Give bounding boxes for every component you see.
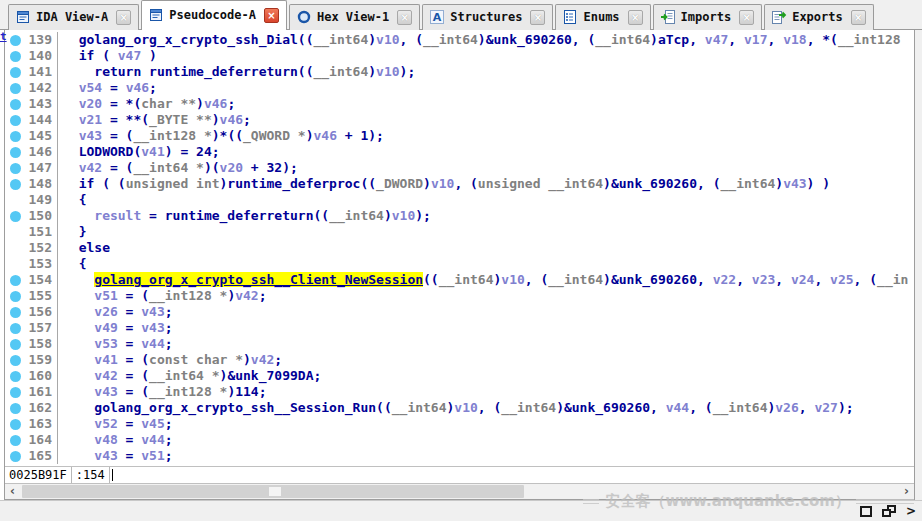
code-token[interactable]: = ( — [118, 352, 149, 367]
breakpoint-dot[interactable] — [10, 99, 21, 110]
code-token[interactable]: ) — [212, 112, 220, 127]
code-token[interactable]: v23 — [752, 272, 775, 287]
code-token[interactable]: , ( — [525, 272, 548, 287]
code-token[interactable]: __int128 * — [149, 288, 227, 303]
code-token[interactable]: v47 — [705, 32, 728, 47]
code-token[interactable]: if ( — [79, 48, 118, 63]
breakpoint-dot[interactable] — [10, 35, 21, 46]
code-token[interactable]: = — [118, 432, 141, 447]
tab-close-button[interactable]: × — [397, 10, 412, 25]
code-token[interactable]: } — [79, 224, 87, 239]
code-token[interactable]: v43 — [94, 448, 117, 463]
tab-enums[interactable]: Enums× — [555, 4, 650, 30]
code-token[interactable]: { — [79, 256, 87, 271]
code-token[interactable]: ) — [384, 208, 392, 223]
code-token[interactable]: v44 — [141, 336, 164, 351]
code-token[interactable]: __int128 * — [149, 384, 227, 399]
code-token[interactable]: __in — [877, 272, 908, 287]
code-token[interactable]: ; — [165, 432, 173, 447]
code-token[interactable]: ); — [415, 208, 431, 223]
code-token[interactable]: , ( — [478, 400, 501, 415]
breakpoint-dot[interactable] — [10, 403, 21, 414]
code-token[interactable]: )*(( — [212, 128, 243, 143]
breakpoint-dot[interactable] — [10, 67, 21, 78]
code-token[interactable]: char ** — [141, 96, 196, 111]
code-token[interactable]: v10 — [392, 208, 415, 223]
breakpoint-dot[interactable] — [10, 307, 21, 318]
code-token[interactable]: , — [799, 400, 815, 415]
code-token[interactable]: else — [79, 240, 110, 255]
code-token[interactable]: = ( — [118, 288, 149, 303]
code-token[interactable]: ) — [775, 176, 783, 191]
code-token[interactable]: )&unk_690260, — [556, 400, 666, 415]
code-token[interactable]: v46 — [204, 96, 227, 111]
code-token[interactable]: v43 — [141, 320, 164, 335]
code-token[interactable]: (( — [423, 272, 439, 287]
code-token[interactable]: __int64 — [439, 272, 494, 287]
code-token[interactable]: v41 — [141, 144, 164, 159]
code-token[interactable]: __int64 * — [133, 160, 203, 175]
code-token[interactable]: = — [118, 448, 141, 463]
code-token[interactable]: v42 — [251, 352, 274, 367]
code-token[interactable]: , — [736, 272, 752, 287]
code-token[interactable]: v10 — [454, 400, 477, 415]
code-token[interactable]: = — [118, 320, 141, 335]
code-token[interactable]: ; — [165, 448, 173, 463]
code-token[interactable]: __int64 — [595, 32, 650, 47]
code-token[interactable]: __int64 — [313, 32, 368, 47]
horizontal-scrollbar[interactable]: ‹ › — [5, 484, 914, 499]
code-token[interactable]: v45 — [141, 416, 164, 431]
code-token[interactable]: __int64 * — [149, 368, 219, 383]
code-token[interactable]: , — [767, 32, 783, 47]
code-token[interactable]: v51 — [94, 288, 117, 303]
breakpoint-dot[interactable] — [10, 51, 21, 62]
code-token[interactable]: ; — [149, 80, 157, 95]
scroll-right-arrow-icon[interactable]: › — [899, 484, 914, 499]
code-area[interactable]: 139 golang_org_x_crypto_ssh_Dial((__int6… — [5, 30, 914, 465]
code-token[interactable]: = ( — [118, 384, 149, 399]
code-token[interactable]: ) — [306, 128, 314, 143]
code-token[interactable]: ; — [227, 96, 235, 111]
code-token[interactable]: ) — [368, 32, 376, 47]
code-token[interactable]: )&unk_690260, ( — [478, 32, 595, 47]
code-token[interactable]: v43 — [94, 384, 117, 399]
code-token[interactable]: __int64 — [392, 400, 447, 415]
breakpoint-dot[interactable] — [10, 355, 21, 366]
code-token[interactable]: = ( — [118, 368, 149, 383]
code-token[interactable]: return runtime_deferreturn(( — [94, 64, 313, 79]
code-token[interactable]: __int64 — [548, 272, 603, 287]
tab-close-button[interactable]: × — [264, 8, 279, 23]
code-token[interactable]: __int128 — [838, 32, 901, 47]
code-token[interactable]: v54 — [79, 80, 102, 95]
code-token[interactable]: v51 — [141, 448, 164, 463]
code-token[interactable]: ) — [196, 96, 204, 111]
tab-hex-view-1[interactable]: Hex View-1× — [289, 4, 420, 30]
code-token[interactable]: const char * — [149, 352, 243, 367]
code-token[interactable]: __int64 — [721, 176, 776, 191]
code-token[interactable]: __int128 * — [133, 128, 211, 143]
breakpoint-dot[interactable] — [10, 275, 21, 286]
breakpoint-dot[interactable] — [10, 419, 21, 430]
code-token[interactable]: + 32); — [243, 160, 298, 175]
breakpoint-dot[interactable] — [10, 435, 21, 446]
code-token[interactable]: result — [94, 208, 141, 223]
breakpoint-dot[interactable] — [10, 339, 21, 350]
code-token[interactable]: v42 — [94, 368, 117, 383]
breakpoint-dot[interactable] — [10, 291, 21, 302]
code-token[interactable]: ; — [165, 320, 173, 335]
code-token[interactable]: , ( — [400, 32, 423, 47]
tab-close-button[interactable]: × — [851, 10, 866, 25]
code-token[interactable]: = — [102, 80, 125, 95]
code-token[interactable]: , — [728, 32, 744, 47]
code-token[interactable]: = *( — [102, 96, 141, 111]
code-token[interactable]: v47 — [118, 48, 141, 63]
code-token[interactable]: v42 — [79, 160, 102, 175]
code-token[interactable]: ; — [165, 336, 173, 351]
code-token[interactable]: v49 — [94, 320, 117, 335]
code-token[interactable]: v44 — [666, 400, 689, 415]
breakpoint-dot[interactable] — [10, 211, 21, 222]
code-token[interactable]: )&unk_7099DA; — [220, 368, 322, 383]
code-token[interactable]: v22 — [713, 272, 736, 287]
code-token[interactable]: v43 — [141, 304, 164, 319]
code-token[interactable]: ) — [141, 48, 157, 63]
